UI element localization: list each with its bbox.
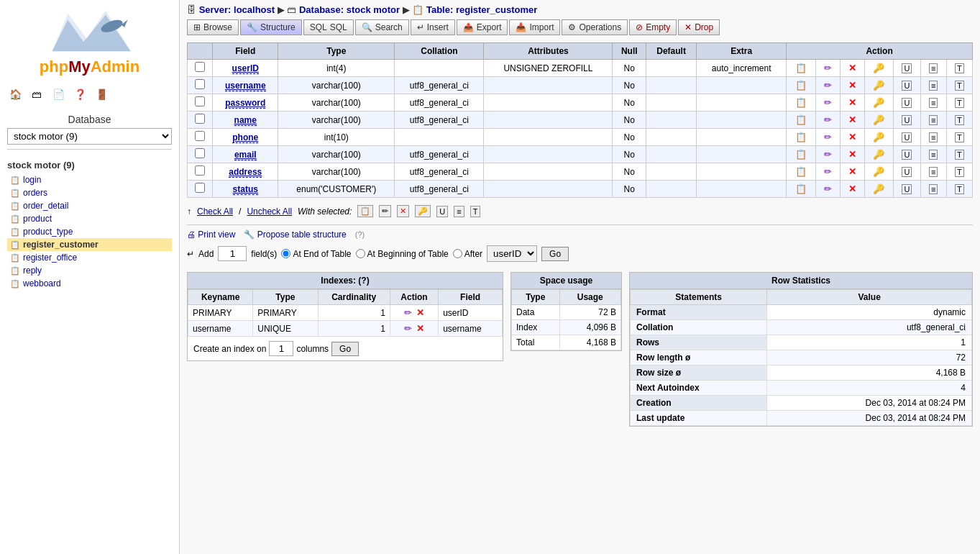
field-checkbox-email[interactable] xyxy=(195,148,205,158)
text-icon[interactable]: T xyxy=(470,206,481,217)
field-delete-action[interactable]: ✕ xyxy=(840,181,864,198)
field-browse-action[interactable]: 📋 xyxy=(787,146,815,163)
field-index-action[interactable]: ≡ xyxy=(920,60,946,77)
search-button[interactable]: 🔍 Search xyxy=(355,19,409,35)
sidebar-item-login[interactable]: 📋login xyxy=(7,173,172,186)
field-browse-action[interactable]: 📋 xyxy=(787,181,815,198)
field-name-name[interactable]: name xyxy=(234,115,257,126)
idx-edit-icon[interactable]: ✏ xyxy=(404,307,412,318)
field-text-action[interactable]: T xyxy=(946,129,972,146)
field-index-action[interactable]: ≡ xyxy=(920,163,946,181)
unique-icon[interactable]: U xyxy=(436,206,448,217)
field-text-action[interactable]: T xyxy=(946,60,972,77)
add-field-go-button[interactable]: Go xyxy=(541,247,569,261)
field-name-password[interactable]: password xyxy=(225,98,265,109)
field-edit-action[interactable]: ✏ xyxy=(815,77,840,94)
index-count-input[interactable] xyxy=(269,341,293,356)
field-text-action[interactable]: T xyxy=(946,146,972,163)
field-browse-action[interactable]: 📋 xyxy=(787,129,815,146)
sql-button[interactable]: SQL SQL xyxy=(303,19,354,35)
field-unique-action[interactable]: U xyxy=(894,146,921,163)
field-text-action[interactable]: T xyxy=(946,94,972,112)
delete-selected-icon[interactable]: ✕ xyxy=(397,205,409,217)
empty-button[interactable]: ⊘ Empty xyxy=(629,19,677,35)
structure-button[interactable]: 🔧 Structure xyxy=(240,19,302,35)
breadcrumb-server[interactable]: Server: localhost xyxy=(199,4,275,15)
field-checkbox-password[interactable] xyxy=(195,96,205,106)
export-button[interactable]: 📤 Export xyxy=(457,19,508,35)
field-edit-action[interactable]: ✏ xyxy=(815,94,840,112)
field-unique-action[interactable]: U xyxy=(894,94,921,112)
sidebar-item-register_office[interactable]: 📋register_office xyxy=(7,251,172,264)
field-delete-action[interactable]: ✕ xyxy=(840,112,864,129)
field-checkbox-username[interactable] xyxy=(195,79,205,89)
sidebar-item-orders[interactable]: 📋orders xyxy=(7,186,172,199)
field-index-action[interactable]: ≡ xyxy=(920,181,946,198)
field-unique-action[interactable]: U xyxy=(894,77,921,94)
field-delete-action[interactable]: ✕ xyxy=(840,129,864,146)
field-primary-action[interactable]: 🔑 xyxy=(864,60,893,77)
edit-selected-icon[interactable]: ✏ xyxy=(379,205,391,217)
after-field-select[interactable]: userID xyxy=(487,245,537,262)
field-browse-action[interactable]: 📋 xyxy=(787,60,815,77)
field-unique-action[interactable]: U xyxy=(894,181,921,198)
create-index-go-button[interactable]: Go xyxy=(331,342,359,356)
field-primary-action[interactable]: 🔑 xyxy=(864,129,893,146)
field-edit-action[interactable]: ✏ xyxy=(815,163,840,181)
field-name-username[interactable]: username xyxy=(225,81,266,91)
home-icon[interactable]: 🏠 xyxy=(7,86,23,102)
at-beginning-radio[interactable] xyxy=(356,249,365,258)
field-edit-action[interactable]: ✏ xyxy=(815,129,840,146)
field-edit-action[interactable]: ✏ xyxy=(815,112,840,129)
idx-edit-icon[interactable]: ✏ xyxy=(404,323,412,334)
field-name-address[interactable]: address xyxy=(229,167,262,178)
field-checkbox-name[interactable] xyxy=(195,114,205,124)
field-primary-action[interactable]: 🔑 xyxy=(864,112,893,129)
field-unique-action[interactable]: U xyxy=(894,163,921,181)
check-all-link[interactable]: Check All xyxy=(197,206,233,217)
insert-button[interactable]: ↵ Insert xyxy=(411,19,455,35)
field-name-status[interactable]: status xyxy=(233,184,258,195)
exit-icon[interactable]: 🚪 xyxy=(93,86,109,102)
breadcrumb-table[interactable]: Table: register_customer xyxy=(426,4,537,15)
field-unique-action[interactable]: U xyxy=(894,60,921,77)
field-unique-action[interactable]: U xyxy=(894,112,921,129)
sidebar-item-order_detail[interactable]: 📋order_detail xyxy=(7,199,172,212)
after-radio[interactable] xyxy=(453,249,462,258)
field-text-action[interactable]: T xyxy=(946,77,972,94)
browse-button[interactable]: ⊞ Browse xyxy=(187,19,239,35)
field-delete-action[interactable]: ✕ xyxy=(840,146,864,163)
field-edit-action[interactable]: ✏ xyxy=(815,181,840,198)
sidebar-item-reply[interactable]: 📋reply xyxy=(7,264,172,277)
field-index-action[interactable]: ≡ xyxy=(920,77,946,94)
field-unique-action[interactable]: U xyxy=(894,129,921,146)
sidebar-item-product_type[interactable]: 📋product_type xyxy=(7,225,172,238)
field-browse-action[interactable]: 📋 xyxy=(787,112,815,129)
field-delete-action[interactable]: ✕ xyxy=(840,60,864,77)
browse-selected-icon[interactable]: 📋 xyxy=(357,205,373,217)
field-name-phone[interactable]: phone xyxy=(232,132,258,143)
field-primary-action[interactable]: 🔑 xyxy=(864,163,893,181)
propose-link[interactable]: 🔧 Propose table structure xyxy=(244,230,346,240)
index-icon[interactable]: ≡ xyxy=(454,206,464,217)
field-primary-action[interactable]: 🔑 xyxy=(864,94,893,112)
database-select[interactable]: stock motor (9) xyxy=(7,128,172,145)
field-delete-action[interactable]: ✕ xyxy=(840,77,864,94)
field-index-action[interactable]: ≡ xyxy=(920,146,946,163)
field-primary-action[interactable]: 🔑 xyxy=(864,77,893,94)
field-delete-action[interactable]: ✕ xyxy=(840,94,864,112)
help-icon[interactable]: ❓ xyxy=(72,86,88,102)
sidebar-item-register_customer[interactable]: 📋register_customer xyxy=(7,238,172,251)
field-checkbox-address[interactable] xyxy=(195,165,205,176)
at-end-radio[interactable] xyxy=(281,249,290,258)
add-count-input[interactable] xyxy=(218,246,247,261)
print-view-link[interactable]: 🖨 Print view xyxy=(187,230,235,240)
field-checkbox-userID[interactable] xyxy=(195,62,205,72)
field-index-action[interactable]: ≡ xyxy=(920,94,946,112)
field-primary-action[interactable]: 🔑 xyxy=(864,146,893,163)
operations-button[interactable]: ⚙ Operations xyxy=(562,19,628,35)
field-index-action[interactable]: ≡ xyxy=(920,112,946,129)
import-button[interactable]: 📥 Import xyxy=(509,19,560,35)
field-checkbox-status[interactable] xyxy=(195,183,205,193)
sidebar-item-product[interactable]: 📋product xyxy=(7,212,172,225)
